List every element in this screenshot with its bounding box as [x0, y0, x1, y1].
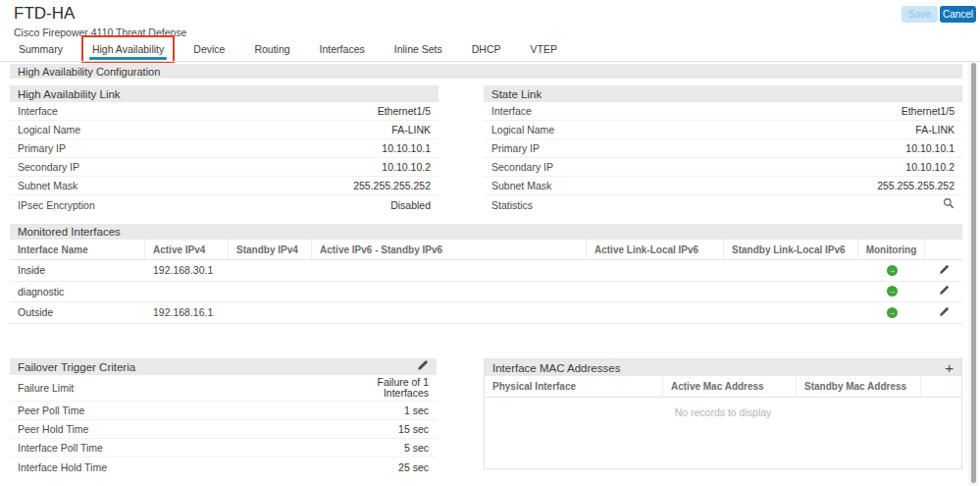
ha-configuration-header: High Availability Configuration	[10, 64, 962, 79]
config-row: Interface Ethernet1/5	[484, 102, 962, 121]
col-interface-name: Interface Name	[10, 240, 145, 259]
statistics-search-button[interactable]	[943, 197, 954, 212]
empty-table-message: No records to display	[485, 398, 961, 418]
table-row: diagnostic →	[10, 282, 962, 303]
row-value: 25 sec	[398, 461, 429, 473]
col-active-ipv6: Active IPv6 - Standby IPv6	[312, 240, 587, 259]
config-row: Secondary IP 10.10.10.2	[10, 158, 438, 177]
device-tab-bar: Summary High Availability Device Routing…	[16, 37, 560, 61]
ha-link-panel: High Availability Link Interface Etherne…	[10, 85, 438, 214]
row-value: 10.10.10.1	[382, 142, 431, 154]
interface-mac-panel: Interface MAC Addresses + Physical Inter…	[484, 358, 962, 469]
tab-inline-sets[interactable]: Inline Sets	[391, 37, 445, 61]
row-label: Interface	[491, 105, 532, 117]
row-label: Secondary IP	[491, 161, 553, 173]
failover-trigger-title: Failover Trigger Criteria	[18, 361, 135, 373]
config-row: Interface Poll Time 5 sec	[10, 439, 437, 458]
ha-link-title: High Availability Link	[18, 88, 121, 100]
row-label: Statistics	[491, 199, 533, 211]
row-value: FA-LINK	[915, 124, 954, 135]
col-physical-interface: Physical Interface	[485, 376, 663, 397]
ha-configuration-title: High Availability Configuration	[18, 66, 160, 78]
edit-interface-button[interactable]	[939, 284, 950, 298]
col-active-mac: Active Mac Address	[663, 376, 797, 397]
row-label: Interface	[18, 105, 58, 117]
row-value: 10.10.10.2	[905, 161, 954, 173]
config-row: Primary IP 10.10.10.1	[10, 139, 438, 158]
interface-name-cell: Outside	[10, 306, 145, 318]
row-value: 10.10.10.1	[905, 142, 954, 154]
row-value: Disabled	[390, 199, 431, 211]
row-value: 1 sec	[404, 405, 429, 416]
row-label: Subnet Mask	[491, 180, 551, 191]
row-value: 255.255.255.252	[877, 180, 954, 191]
row-label: Interface Poll Time	[18, 442, 103, 454]
col-actions	[921, 376, 961, 397]
row-label: Peer Poll Time	[18, 405, 84, 416]
selected-tab-underline	[89, 57, 167, 60]
row-label: Logical Name	[18, 124, 80, 135]
mac-table-header: Physical Interface Active Mac Address St…	[485, 376, 961, 398]
page-title: FTD-HA	[14, 4, 75, 24]
edit-interface-button[interactable]	[939, 305, 950, 320]
interface-name-cell: diagnostic	[10, 286, 145, 297]
statistics-row: Statistics	[484, 195, 962, 214]
tab-device[interactable]: Device	[190, 37, 228, 61]
failover-trigger-header: Failover Trigger Criteria	[10, 358, 437, 375]
col-monitoring: Monitoring	[858, 240, 925, 259]
state-link-header: State Link	[484, 85, 962, 102]
monitored-interfaces-header: Monitored Interfaces	[10, 224, 962, 240]
tab-vtep[interactable]: VTEP	[528, 37, 560, 61]
row-value: 255.255.255.252	[353, 180, 431, 191]
config-row: Subnet Mask 255.255.255.252	[10, 177, 438, 195]
failover-trigger-panel: Failover Trigger Criteria Failure Limit …	[10, 358, 437, 476]
tab-dhcp[interactable]: DHCP	[469, 37, 504, 61]
save-button[interactable]: Save	[902, 6, 938, 23]
edit-interface-button[interactable]	[939, 263, 950, 278]
active-ipv4-cell: 192.168.16.1	[145, 306, 229, 318]
pencil-icon	[417, 359, 429, 374]
interface-mac-title: Interface MAC Addresses	[492, 362, 620, 374]
config-row: Secondary IP 10.10.10.2	[484, 158, 962, 177]
row-label: IPsec Encryption	[18, 199, 95, 211]
vertical-scrollbar-thumb[interactable]	[971, 63, 976, 483]
tabbar-divider	[0, 61, 980, 62]
config-row: IPsec Encryption Disabled	[10, 195, 438, 214]
row-value: 10.10.10.2	[382, 161, 431, 173]
row-value: 15 sec	[398, 423, 429, 435]
ha-link-header: High Availability Link	[10, 85, 438, 102]
cancel-button[interactable]: Cancel	[940, 6, 976, 23]
row-value: FA-LINK	[391, 124, 431, 135]
edit-failover-button[interactable]	[417, 359, 429, 374]
col-actions	[925, 240, 962, 259]
active-ipv4-cell: 192.168.30.1	[145, 264, 229, 276]
row-value: Failure of 1 Interfaces	[348, 377, 429, 399]
monitoring-enabled-icon: →	[887, 265, 898, 276]
tab-high-availability[interactable]: High Availability	[89, 37, 167, 61]
state-link-title: State Link	[491, 88, 542, 100]
config-row: Failure Limit Failure of 1 Interfaces	[10, 375, 437, 402]
row-label: Interface Hold Time	[18, 461, 107, 473]
state-link-panel: State Link Interface Ethernet1/5 Logical…	[484, 85, 962, 214]
plus-icon: +	[945, 361, 954, 374]
row-label: Failure Limit	[18, 382, 74, 394]
row-label: Peer Hold Time	[18, 423, 88, 435]
col-active-link-local-ipv6: Active Link-Local IPv6	[587, 240, 724, 259]
tab-interfaces[interactable]: Interfaces	[317, 37, 368, 61]
row-value: Ethernet1/5	[902, 105, 954, 117]
pencil-icon	[939, 305, 950, 320]
add-mac-button[interactable]: +	[945, 361, 954, 374]
pencil-icon	[939, 284, 950, 298]
col-standby-link-local-ipv6: Standby Link-Local IPv6	[724, 240, 858, 259]
config-row: Peer Hold Time 15 sec	[10, 420, 437, 439]
monitoring-enabled-icon: →	[887, 286, 898, 297]
col-active-ipv4: Active IPv4	[145, 240, 229, 259]
row-label: Primary IP	[18, 142, 66, 154]
monitored-interfaces-panel: Monitored Interfaces Interface Name Acti…	[10, 224, 962, 324]
tab-summary[interactable]: Summary	[16, 37, 66, 61]
tab-routing[interactable]: Routing	[251, 37, 292, 61]
col-standby-ipv4: Standby IPv4	[229, 240, 312, 259]
magnifier-icon	[943, 197, 954, 212]
monitoring-enabled-icon: →	[887, 307, 898, 318]
config-row: Subnet Mask 255.255.255.252	[484, 177, 962, 195]
